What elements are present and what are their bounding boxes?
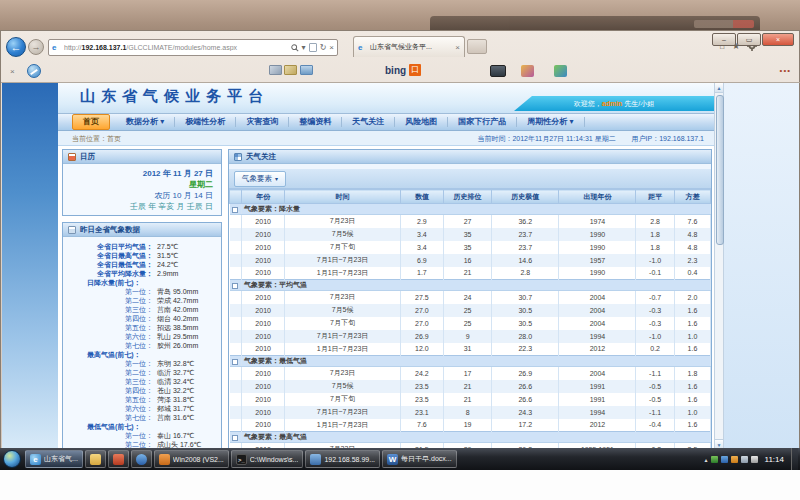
start-button[interactable] xyxy=(3,450,21,468)
taskbar-clock[interactable]: 11:14 xyxy=(765,455,784,464)
scroll-up-icon[interactable]: ▲ xyxy=(715,83,723,93)
taskbar-button-media[interactable] xyxy=(131,450,152,468)
table-row[interactable]: 20107月下旬23.52126.61991-0.51.6 xyxy=(230,393,711,406)
table-row[interactable]: 20107月1日~7月23日6.91614.61957-1.02.3 xyxy=(230,254,711,267)
page-scrollbar[interactable]: ▲ ▼ xyxy=(714,83,724,449)
taskbar-button-red[interactable] xyxy=(108,450,129,468)
site-header: 山东省气候业务平台 欢迎您，admin 先生/小姐 xyxy=(58,83,714,113)
table-row[interactable]: 20107月23日24.21726.92004-1.11.8 xyxy=(230,367,711,380)
table-row[interactable]: 20107月下旬27.02530.52004-0.31.6 xyxy=(230,317,711,330)
username: admin xyxy=(602,100,623,107)
show-desktop-button[interactable] xyxy=(791,448,798,470)
toolbar-close-icon[interactable]: × xyxy=(10,67,15,76)
nav-item-7[interactable]: 国家下行产品 xyxy=(448,117,517,127)
tray-app-icon[interactable] xyxy=(721,456,728,463)
breadcrumb: 当前位置：首页 xyxy=(72,134,121,144)
table-row[interactable]: 20101月1日~7月23日1.7212.81990-0.10.4 xyxy=(230,267,711,280)
bing-logo: bing xyxy=(385,65,406,76)
addons-toolbar: × bing 口 ••• xyxy=(1,60,800,83)
taskbar-button-word[interactable]: W每日干旱.docx... xyxy=(382,450,457,468)
column-header[interactable]: 历史排位 xyxy=(444,190,492,204)
tray-update-icon[interactable] xyxy=(731,456,738,463)
back-button[interactable]: ← xyxy=(6,37,26,57)
forward-button[interactable]: → xyxy=(28,39,44,55)
search-icon[interactable] xyxy=(291,44,299,52)
taskbar-buttons: e山东省气...Win2008 (VS2...>_C:\Windows\s...… xyxy=(25,450,459,468)
new-tab-button[interactable] xyxy=(467,39,487,54)
nav-item-0[interactable]: 首页 xyxy=(72,114,110,130)
calendar-icon xyxy=(68,153,76,161)
nav-item-2[interactable]: 极端性分析 xyxy=(175,117,236,127)
column-header[interactable]: 数值 xyxy=(400,190,443,204)
blocker-icon[interactable] xyxy=(27,64,41,78)
element-filter-button[interactable]: 气象要素▾ xyxy=(234,171,286,187)
addon-icon[interactable] xyxy=(554,65,567,77)
rank-group-title: 最低气温(前七)： xyxy=(65,422,219,431)
section-checkbox[interactable] xyxy=(232,207,238,213)
close-button[interactable]: × xyxy=(762,33,794,46)
nav-item-8[interactable]: 周期性分析 ▾ xyxy=(517,117,584,127)
paint-icon[interactable] xyxy=(521,65,534,77)
taskbar-button-folder[interactable] xyxy=(85,450,106,468)
table-row[interactable]: 20101月1日~7月23日7.61917.22012-0.41.6 xyxy=(230,419,711,432)
column-header[interactable]: 距平 xyxy=(636,190,674,204)
bing-search-widget[interactable]: bing 口 xyxy=(385,64,421,76)
tab-close-icon[interactable]: × xyxy=(455,43,460,52)
action-center-icon[interactable] xyxy=(711,456,718,463)
rank-item: 第七位：胶州 26.0mm xyxy=(65,341,219,350)
table-row[interactable]: 20107月23日2.92736.219742.87.6 xyxy=(230,215,711,228)
tray-hidden-icons[interactable]: ▴ xyxy=(705,456,708,463)
nav-item-4[interactable]: 整编资料 xyxy=(289,117,342,127)
table-row[interactable]: 20107月5候3.43523.719901.84.8 xyxy=(230,228,711,241)
nav-item-3[interactable]: 灾害查询 xyxy=(236,117,289,127)
taskbar-button-vm[interactable]: Win2008 (VS2... xyxy=(154,450,229,468)
maximize-button[interactable]: ▭ xyxy=(737,33,761,46)
taskbar-button-ie[interactable]: e山东省气... xyxy=(25,450,83,468)
refresh-icon[interactable]: ↻ xyxy=(320,43,327,52)
network-icon[interactable] xyxy=(741,456,748,463)
scrollbar-thumb[interactable] xyxy=(716,95,724,245)
rank-item: 第三位：莒南 42.0mm xyxy=(65,305,219,314)
column-header[interactable]: 出现年份 xyxy=(559,190,636,204)
table-row[interactable]: 20107月5候23.52126.61991-0.51.6 xyxy=(230,380,711,393)
section-checkbox[interactable] xyxy=(232,359,238,365)
taskbar-button-remote[interactable]: 192.168.58.99... xyxy=(305,450,380,468)
nav-item-1[interactable]: 数据分析 ▾ xyxy=(116,117,175,127)
camera-icon[interactable] xyxy=(490,65,506,77)
compatibility-view-icon[interactable] xyxy=(309,43,317,52)
system-tray: ▴ 11:14 xyxy=(705,448,800,470)
breadcrumb-row: 当前位置：首页 当前时间：2012年11月27日 11:14:31 星期二 用户… xyxy=(58,131,714,146)
nav-item-6[interactable]: 风险地图 xyxy=(395,117,448,127)
more-icon[interactable]: ••• xyxy=(780,66,791,75)
section-checkbox[interactable] xyxy=(232,435,238,441)
mail-icon[interactable] xyxy=(300,65,313,75)
table-row[interactable]: 20107月1日~7月23日26.9928.01994-1.01.0 xyxy=(230,330,711,343)
vm-icon xyxy=(159,454,170,465)
column-header[interactable]: 方差 xyxy=(674,190,710,204)
table-row[interactable]: 20107月5候27.02530.52004-0.31.6 xyxy=(230,304,711,317)
rank-item: 第二位：荣成 42.7mm xyxy=(65,296,219,305)
address-bar[interactable]: e http://192.168.137.1/GLCCLIMATE/module… xyxy=(48,39,338,56)
user-ip: 用户IP：192.168.137.1 xyxy=(632,135,704,142)
calendar-panel: 日历 2012 年 11 月 27 日 星期二 农历 10 月 14 日 壬辰 … xyxy=(62,149,222,216)
browser-tab[interactable]: e 山东省气候业务平... × xyxy=(353,36,465,57)
minimize-button[interactable]: – xyxy=(712,33,736,46)
column-header[interactable]: 时间 xyxy=(285,190,400,204)
section-checkbox[interactable] xyxy=(232,283,238,289)
rank-item: 第一位：东明 32.8℃ xyxy=(65,359,219,368)
column-header[interactable]: 历史极值 xyxy=(492,190,559,204)
nav-item-5[interactable]: 天气关注 xyxy=(342,117,395,127)
cards-icon[interactable] xyxy=(269,65,282,75)
table-row[interactable]: 20107月1日~7月23日23.1824.31994-1.11.0 xyxy=(230,406,711,419)
search-dropdown-icon[interactable]: ▾ xyxy=(302,43,306,52)
table-row[interactable]: 20107月23日27.52430.72004-0.72.0 xyxy=(230,291,711,304)
table-row[interactable]: 20107月下旬3.43523.719901.84.8 xyxy=(230,241,711,254)
browser-toolbar: ← → e http://192.168.137.1/GLCCLIMATE/mo… xyxy=(1,34,800,60)
red-icon xyxy=(113,454,124,465)
taskbar-button-cmd[interactable]: >_C:\Windows\s... xyxy=(231,450,304,468)
wallet-icon[interactable] xyxy=(284,65,297,75)
volume-icon[interactable] xyxy=(751,456,758,463)
column-header[interactable]: 年份 xyxy=(242,190,285,204)
table-row[interactable]: 20101月1日~7月23日12.03122.320120.21.6 xyxy=(230,343,711,356)
stop-icon[interactable]: × xyxy=(329,43,334,52)
